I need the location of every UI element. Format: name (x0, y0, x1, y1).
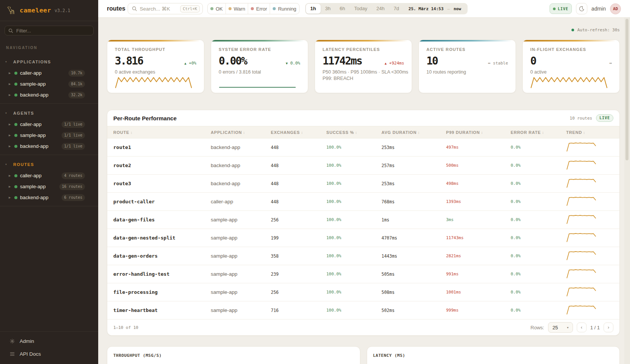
sparkline (566, 159, 596, 170)
table-row-error-handling-test[interactable]: error-handling-testsample-app239100.0%50… (107, 265, 619, 283)
scrollbar-track[interactable] (624, 18, 630, 364)
cell-route: route2 (107, 157, 205, 175)
cell-trend (560, 301, 619, 319)
column-header-error-rate[interactable]: ERROR RATE↕ (505, 126, 560, 138)
avatar[interactable]: AD (610, 3, 621, 14)
cell-p99-duration: 498ms (440, 175, 505, 193)
section-header-applications[interactable]: ▼APPLICATIONS (0, 59, 98, 65)
column-header-success-[interactable]: SUCCESS %↕ (320, 126, 375, 138)
sidebar-footer-label: Admin (20, 338, 34, 344)
column-header-exchanges[interactable]: EXCHANGES↕ (265, 126, 320, 138)
live-label: LIVE (558, 7, 568, 11)
cell-error-rate: 0.0% (505, 211, 560, 229)
filter-placeholder: Filter... (16, 28, 31, 34)
cell-exchanges: 448 (265, 138, 320, 157)
cell-trend (560, 265, 619, 283)
status-filter-ok[interactable]: OK (208, 3, 225, 14)
status-filter-label: Warn (234, 6, 246, 12)
sidebar-item-label: caller-app (20, 70, 68, 76)
table-row-route2[interactable]: route2backend-app448100.0%257ms500ms0.0% (107, 157, 619, 175)
auto-refresh-dot (571, 29, 574, 31)
table-body: route1backend-app448100.0%253ms497ms0.0%… (107, 138, 619, 319)
status-dot (229, 7, 232, 10)
kpi-card-active-routes: ACTIVE ROUTES10↔ stable10 routes reporti… (418, 40, 516, 93)
table-row-data-gen-nested-split[interactable]: data-gen-nested-splitsample-app199100.0%… (107, 229, 619, 247)
sidebar-item-caller-app[interactable]: ▶caller-app1/1 live (0, 119, 98, 130)
time-range-6h[interactable]: 6h (335, 4, 349, 14)
sidebar-item-sample-app[interactable]: ▶sample-app84.1k (0, 78, 98, 89)
table-row-file-processing[interactable]: file-processingsample-app256100.0%508ms1… (107, 283, 619, 301)
route-table-panel: Per-Route Performance 10 routes LIVE ROU… (107, 110, 620, 336)
sidebar-item-backend-app[interactable]: ▶backend-app1/1 live (0, 141, 98, 152)
page-indicator: 1 / 1 (590, 325, 600, 330)
column-header-route[interactable]: ROUTE↕ (107, 126, 205, 138)
cell-success: 100.0% (320, 283, 375, 301)
column-header-p99-duration[interactable]: P99 DURATION↕ (440, 126, 505, 138)
sidebar-item-caller-app[interactable]: ▶caller-app10.7k (0, 68, 98, 78)
time-range-today[interactable]: Today (350, 4, 372, 14)
time-range-3h[interactable]: 3h (321, 4, 335, 14)
status-filter-warn[interactable]: Warn (225, 3, 248, 14)
chart-panel-throughput-msg-s-: THROUGHPUT (MSG/S) (107, 346, 360, 364)
cell-success: 100.0% (320, 265, 375, 283)
cell-success: 100.0% (320, 247, 375, 265)
status-dot (251, 7, 254, 10)
section-header-agents[interactable]: ▼AGENTS (0, 110, 98, 116)
kpi-delta: ↔ stable (488, 61, 508, 66)
cell-avg-duration: 1ms (375, 211, 440, 229)
camel-logo-icon (6, 5, 16, 15)
sparkline (219, 76, 296, 89)
kpi-delta: ↔ (609, 61, 612, 66)
time-range-1h[interactable]: 1h (306, 4, 321, 14)
chevron-down-icon: ▼ (5, 112, 13, 114)
cell-error-rate: 0.0% (505, 175, 560, 193)
next-page-button[interactable]: › (604, 323, 613, 332)
column-header-trend[interactable]: TREND↕ (560, 126, 619, 138)
sidebar-section-routes: ▼ROUTES▶caller-app4 routes▶sample-app16 … (0, 155, 98, 206)
sort-icon: ↕ (418, 131, 420, 135)
cell-avg-duration: 502ms (375, 301, 440, 319)
time-range-24h[interactable]: 24h (372, 4, 389, 14)
cell-exchanges: 716 (265, 301, 320, 319)
sidebar-item-caller-app[interactable]: ▶caller-app4 routes (0, 170, 98, 181)
cell-error-rate: 0.0% (505, 247, 560, 265)
sidebar-footer-item-admin[interactable]: Admin (0, 335, 98, 347)
kpi-delta: ▲ +0% (184, 61, 196, 66)
search-input[interactable]: Search... ⌘K Ctrl+K (128, 3, 203, 14)
kpi-subtext: 10 routes reporting (426, 69, 508, 75)
table-row-product-caller[interactable]: product-callercaller-app448100.0%768ms13… (107, 193, 619, 211)
theme-toggle-button[interactable] (576, 3, 587, 14)
gear-icon-wrap (9, 338, 15, 344)
table-row-route3[interactable]: route3backend-app448100.0%253ms498ms0.0% (107, 175, 619, 193)
rows-per-page-select[interactable]: 25 ▼ (548, 322, 573, 333)
sidebar-item-backend-app[interactable]: ▶backend-app6 routes (0, 192, 98, 203)
sidebar-footer-item-api-docs[interactable]: API Docs (0, 347, 98, 360)
table-row-data-gen-orders[interactable]: data-gen-orderssample-app358100.0%1443ms… (107, 247, 619, 265)
section-header-routes[interactable]: ▼ROUTES (0, 161, 98, 167)
cell-p99-duration: 497ms (440, 138, 505, 157)
sidebar-item-sample-app[interactable]: ▶sample-app16 routes (0, 181, 98, 192)
table-row-timer-heartbeat[interactable]: timer-heartbeatsample-app716100.0%502ms9… (107, 301, 619, 319)
prev-page-button[interactable]: ‹ (577, 323, 587, 332)
scrollbar-thumb[interactable] (625, 19, 628, 160)
status-filter-label: Error (256, 6, 267, 12)
sidebar-item-sample-app[interactable]: ▶sample-app1/1 live (0, 130, 98, 141)
cell-exchanges: 256 (265, 211, 320, 229)
time-range-7d[interactable]: 7d (389, 4, 403, 14)
chevron-right-icon: ▶ (9, 145, 14, 148)
sidebar-item-badge: 6 routes (62, 194, 85, 201)
sidebar-item-backend-app[interactable]: ▶backend-app32.2k (0, 89, 98, 100)
live-toggle-button[interactable]: LIVE (550, 3, 572, 14)
chevron-down-icon: ▼ (5, 61, 13, 63)
sidebar-item-label: sample-app (20, 184, 59, 189)
cell-trend (560, 211, 619, 229)
column-header-application[interactable]: APPLICATION↕ (205, 126, 265, 138)
topbar: routes Search... ⌘K Ctrl+K OKWarnErrorRu… (98, 0, 630, 18)
status-filter-running[interactable]: Running (270, 3, 299, 14)
column-header-avg-duration[interactable]: AVG DURATION↕ (375, 126, 440, 138)
gear-icon (9, 338, 15, 344)
table-row-route1[interactable]: route1backend-app448100.0%253ms497ms0.0% (107, 138, 619, 157)
status-filter-error[interactable]: Error (248, 3, 270, 14)
sidebar-filter-input[interactable]: Filter... (5, 26, 94, 35)
table-row-data-gen-files[interactable]: data-gen-filessample-app256100.0%1ms3ms0… (107, 211, 619, 229)
